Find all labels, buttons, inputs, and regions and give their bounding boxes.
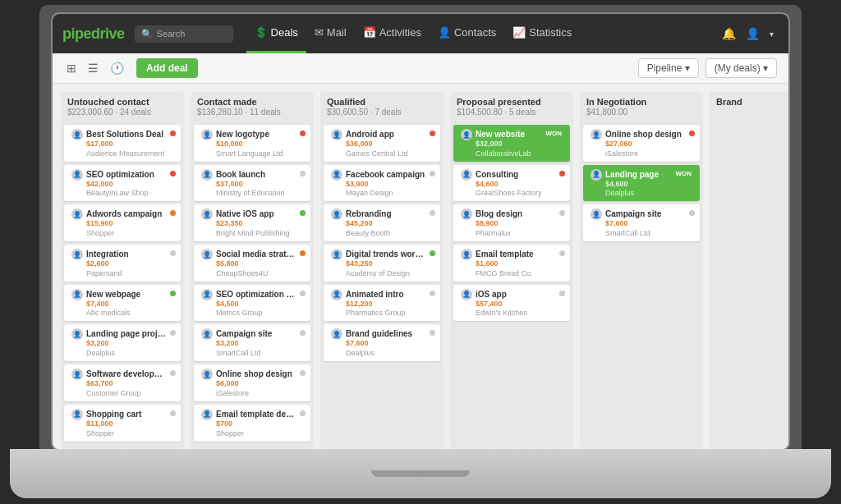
- list-item[interactable]: 👤Brand guidelines$7,600Dealplus: [324, 324, 440, 361]
- list-view-icon[interactable]: ☰: [85, 60, 101, 76]
- card-price: $43,250: [346, 259, 427, 269]
- card-title: Best Solutions Deal: [86, 129, 168, 140]
- status-indicator: [430, 131, 435, 136]
- list-item[interactable]: 👤Animated intro$12,200Pharmatics Group: [324, 285, 440, 322]
- card-title: Social media strategy: [216, 249, 297, 259]
- col-meta-0: $223,000.60 · 24 deals: [67, 108, 177, 117]
- list-item[interactable]: 👤Blog design$8,900Pharmalux: [453, 204, 570, 241]
- status-indicator: [170, 171, 176, 176]
- list-item[interactable]: 👤Software development$63,700Customer Gro…: [64, 364, 181, 401]
- list-item[interactable]: 👤Landing page$4,600DealplusWON: [583, 165, 700, 202]
- card-title: Campaign site: [216, 328, 297, 339]
- col-header-5: Brand: [710, 92, 788, 112]
- card-company: FMCG Bread Co.: [476, 269, 557, 277]
- logo: pipedrive: [62, 25, 125, 43]
- card-company: Games Central Ltd: [346, 149, 427, 158]
- toolbar: ⊞ ☰ 🕐 Add deal Pipeline ▾ (My deals) ▾: [53, 53, 788, 84]
- notification-icon[interactable]: 🔔: [722, 27, 736, 40]
- list-item[interactable]: 👤Landing page project$3,200Dealplus: [64, 324, 181, 361]
- list-item[interactable]: 👤Adwords campaign$15,900Shopper: [64, 204, 181, 241]
- toolbar-right: Pipeline ▾ (My deals) ▾: [638, 58, 777, 78]
- nav-activities[interactable]: 📅 Activities: [355, 14, 430, 53]
- avatar: 👤: [591, 208, 602, 220]
- card-price: $3,200: [216, 339, 297, 349]
- card-company: Pharmatics Group: [346, 309, 427, 317]
- avatar: 👤: [71, 249, 83, 260]
- nav-mail-label: Mail: [327, 26, 347, 39]
- list-item[interactable]: 👤Campaign site$3,200SmartCall Ltd: [194, 324, 310, 361]
- col-header-0: Untouched contact$223,000.60 · 24 deals: [61, 92, 184, 121]
- card-company: SmartCall Ltd: [605, 229, 687, 237]
- list-item[interactable]: 👤Native iOS app$23,350Bright Mind Publis…: [194, 204, 310, 241]
- nav-deals[interactable]: 💲 Deals: [246, 14, 306, 53]
- card-title: Integration: [86, 249, 168, 259]
- list-item[interactable]: 👤Integration$2,600Papersand: [64, 245, 181, 282]
- column-0: Untouched contact$223,000.60 · 24 deals👤…: [61, 92, 184, 449]
- list-item[interactable]: 👤SEO optimization$42,000BeautyInLaw Shop: [64, 165, 181, 202]
- col-title-3: Proposal presented: [457, 97, 567, 107]
- kanban-view-icon[interactable]: ⊞: [64, 60, 79, 76]
- card-title: New website: [476, 129, 540, 140]
- card-title: Adwords campaign: [86, 208, 168, 219]
- card-company: Audience Measurement: [86, 149, 168, 158]
- search-bar[interactable]: 🔍 Search: [135, 25, 233, 43]
- list-item[interactable]: 👤Rebranding$45,200Beauty Booth: [324, 204, 440, 241]
- status-indicator: [170, 210, 176, 216]
- list-item[interactable]: 👤Shopping cart$11,000Shopper: [64, 405, 181, 442]
- card-price: $3,900: [346, 180, 427, 190]
- avatar[interactable]: 👤: [746, 27, 760, 40]
- list-item[interactable]: 👤New website$32,000CollaborativeLabWON: [453, 125, 570, 162]
- card-price: $36,000: [346, 140, 427, 149]
- card-company: CollaborativeLab: [476, 149, 540, 158]
- avatar: 👤: [201, 369, 213, 380]
- add-deal-button[interactable]: Add deal: [136, 58, 198, 78]
- list-item[interactable]: 👤Online shop design$6,000iSalestore: [194, 364, 310, 401]
- card-price: $63,700: [86, 379, 168, 389]
- card-company: iSalestore: [605, 149, 687, 158]
- col-title-2: Qualified: [327, 97, 437, 107]
- my-deals-dropdown[interactable]: (My deals) ▾: [705, 58, 777, 78]
- col-title-0: Untouched contact: [67, 97, 177, 107]
- app: pipedrive 🔍 Search 💲 Deals ✉ Mail 📅 Acti…: [53, 14, 788, 449]
- card-price: $57,400: [476, 300, 557, 309]
- nav-arrow-icon[interactable]: ▾: [770, 30, 774, 39]
- avatar: 👤: [331, 169, 342, 181]
- list-item[interactable]: 👤Best Solutions Deal$17,000Audience Meas…: [64, 125, 181, 162]
- pipeline-dropdown[interactable]: Pipeline ▾: [638, 58, 699, 78]
- laptop-wrapper: pipedrive 🔍 Search 💲 Deals ✉ Mail 📅 Acti…: [10, 6, 831, 498]
- card-price: $8,900: [476, 219, 557, 229]
- history-icon[interactable]: 🕐: [108, 60, 126, 76]
- status-indicator: [170, 330, 176, 336]
- nav-contacts[interactable]: 👤 Contacts: [430, 14, 504, 53]
- card-price: $17,000: [86, 140, 168, 149]
- avatar: 👤: [331, 208, 342, 220]
- card-company: Papersand: [86, 269, 168, 277]
- list-item[interactable]: 👤New logotype$10,000Smart Language Ltd: [194, 125, 310, 162]
- card-price: $45,200: [346, 219, 427, 229]
- list-item[interactable]: 👤SEO optimization deal$4,500Metrics Grou…: [194, 285, 310, 322]
- status-indicator: [430, 291, 435, 296]
- nav-right: 🔔 👤 ▾: [717, 27, 779, 40]
- list-item[interactable]: 👤Social media strategy$5,800CheapShoes4U: [194, 245, 310, 282]
- list-item[interactable]: 👤Book launch$37,000Ministry of Education: [194, 165, 310, 202]
- col-header-4: In Negotiation$41,800.00: [580, 92, 703, 121]
- mail-icon: ✉: [315, 26, 324, 39]
- status-indicator: [300, 171, 306, 176]
- list-item[interactable]: 👤Campaign site$7,600SmartCall Ltd: [583, 204, 700, 241]
- card-company: Dealplus: [346, 349, 427, 357]
- list-item[interactable]: 👤iOS app$57,400Edwin's Kitchen: [453, 285, 570, 322]
- card-title: Blog design: [476, 208, 557, 219]
- list-item[interactable]: 👤Online shop design$27,060iSalestore: [583, 125, 700, 162]
- nav-mail[interactable]: ✉ Mail: [306, 14, 355, 53]
- list-item[interactable]: 👤Facebook campaign$3,900Mayan Design: [324, 165, 440, 202]
- nav-statistics[interactable]: 📈 Statistics: [504, 14, 580, 53]
- card-company: Bright Mind Publishing: [216, 229, 297, 237]
- list-item[interactable]: 👤New webpage$7,400Abc medicals: [64, 285, 181, 322]
- card-price: $27,060: [605, 140, 687, 149]
- list-item[interactable]: 👤Email template$1,600FMCG Bread Co.: [453, 245, 570, 282]
- list-item[interactable]: 👤Android app$36,000Games Central Ltd: [324, 125, 440, 162]
- list-item[interactable]: 👤Digital trends workshop$43,250Academy o…: [324, 245, 440, 282]
- list-item[interactable]: 👤Consulting$4,600GreatShoes Factory: [453, 165, 570, 202]
- list-item[interactable]: 👤Email template design$700Shopper: [194, 405, 310, 442]
- nav-statistics-label: Statistics: [529, 26, 572, 39]
